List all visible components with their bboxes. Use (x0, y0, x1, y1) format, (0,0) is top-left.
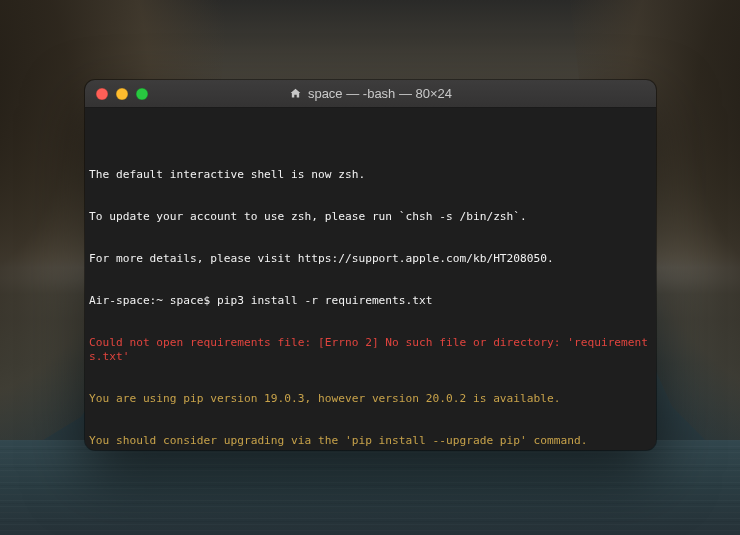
minimize-button[interactable] (116, 88, 128, 100)
desktop-wallpaper: space — -bash — 80×24 The default intera… (0, 0, 740, 535)
title-bar[interactable]: space — -bash — 80×24 (85, 80, 656, 108)
terminal-window[interactable]: space — -bash — 80×24 The default intera… (85, 80, 656, 450)
terminal-line: Could not open requirements file: [Errno… (89, 336, 652, 364)
scrollbar[interactable] (650, 108, 655, 449)
terminal-line: For more details, please visit https://s… (89, 252, 652, 266)
terminal-line: You should consider upgrading via the 'p… (89, 434, 652, 448)
terminal-line: To update your account to use zsh, pleas… (89, 210, 652, 224)
zoom-button[interactable] (136, 88, 148, 100)
terminal-line: You are using pip version 19.0.3, howeve… (89, 392, 652, 406)
terminal-line: The default interactive shell is now zsh… (89, 168, 652, 182)
wallpaper-sea (0, 440, 740, 535)
terminal-output[interactable]: The default interactive shell is now zsh… (85, 108, 656, 450)
window-title: space — -bash — 80×24 (85, 86, 656, 101)
terminal-line: Air-space:~ space$ pip3 install -r requi… (89, 294, 652, 308)
close-button[interactable] (96, 88, 108, 100)
window-title-text: space — -bash — 80×24 (308, 86, 452, 101)
home-icon (289, 87, 302, 100)
traffic-lights (85, 88, 148, 100)
